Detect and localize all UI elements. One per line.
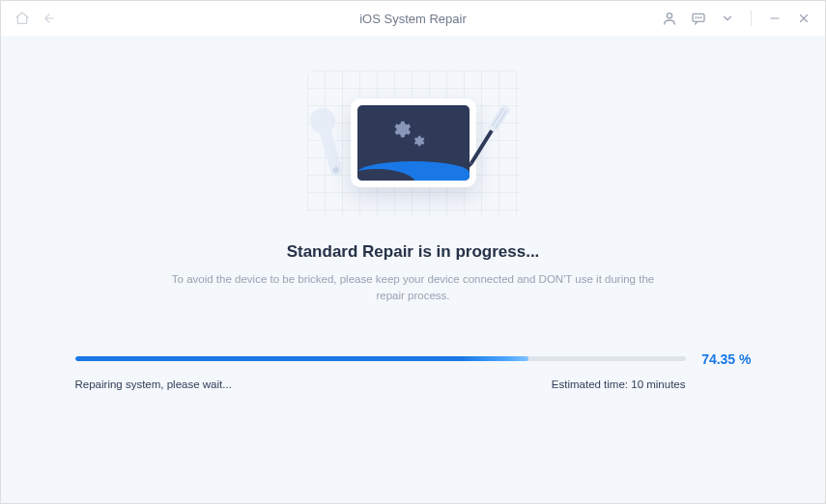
progress-percent: 74.35 %	[698, 351, 752, 367]
svg-rect-9	[470, 129, 494, 164]
feedback-icon[interactable]	[691, 11, 706, 26]
wrench-icon	[303, 104, 356, 187]
gear-icon	[390, 119, 412, 140]
home-icon[interactable]	[14, 11, 30, 26]
close-icon[interactable]	[796, 11, 812, 26]
chevron-down-icon[interactable]	[720, 11, 735, 26]
titlebar: iOS System Repair	[1, 1, 825, 36]
progress-area: 74.35 % Repairing system, please wait...…	[75, 351, 752, 390]
progress-status-text: Repairing system, please wait...	[75, 378, 232, 390]
progress-subtext: To avoid the device to be bricked, pleas…	[162, 271, 665, 305]
svg-point-4	[700, 17, 701, 18]
user-icon[interactable]	[662, 11, 677, 26]
repair-illustration	[307, 70, 520, 215]
svg-point-2	[696, 17, 697, 18]
titlebar-right	[662, 11, 812, 26]
progress-heading: Standard Repair is in progress...	[287, 242, 540, 262]
progress-fill	[75, 356, 529, 361]
svg-point-3	[698, 17, 699, 18]
divider	[751, 11, 752, 26]
main-content: Standard Repair is in progress... To avo…	[1, 36, 825, 503]
svg-rect-6	[487, 103, 510, 133]
estimated-time: Estimated time: 10 minutes	[552, 378, 752, 390]
minimize-icon[interactable]	[767, 11, 783, 26]
progress-bar	[75, 356, 686, 361]
window-title: iOS System Repair	[359, 12, 467, 26]
back-icon[interactable]	[42, 11, 57, 26]
titlebar-left	[14, 11, 57, 26]
svg-marker-10	[465, 162, 472, 171]
gear-small-icon	[412, 134, 425, 148]
svg-point-0	[667, 14, 671, 18]
